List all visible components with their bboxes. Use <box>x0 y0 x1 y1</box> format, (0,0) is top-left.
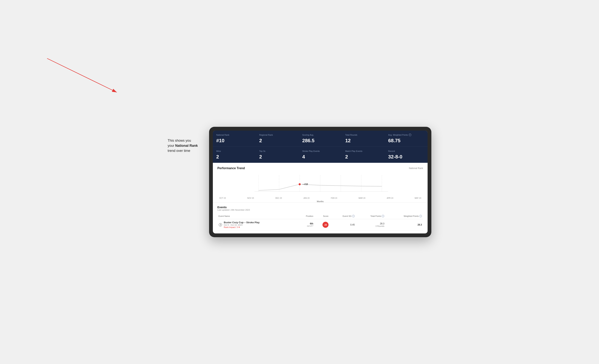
annotation-text: This shows you your National Rank trend … <box>168 138 198 153</box>
chart-x-axis-title: Months <box>217 200 423 203</box>
performance-chart: • #10 <box>217 173 423 195</box>
col-event-sg: Event SG ⓘ <box>330 213 356 219</box>
performance-title: Performance Trend <box>217 167 245 170</box>
chart-x-labels: OCT 23 NOV 23 DEC 23 JAN 24 FEB 24 MAR 2… <box>217 197 423 199</box>
rank-impact: Rank Impact: 3 ▼ <box>224 226 260 228</box>
stat-scoring-avg: Scoring Avg. 286.5 <box>299 131 342 147</box>
events-table-header: Event Name Position Score <box>217 213 423 219</box>
page-wrapper: This shows you your National Rank trend … <box>168 127 431 237</box>
events-table: Event Name Position Score <box>217 213 423 231</box>
events-section: Events Last updated: 24th November 2023 … <box>213 203 428 233</box>
tablet-screen: National Rank #10 Regional Rank 2 Scorin… <box>213 131 428 234</box>
stat-national-rank: National Rank #10 <box>213 131 255 147</box>
annotation-arrow-line <box>47 58 117 92</box>
stats-row-1: National Rank #10 Regional Rank 2 Scorin… <box>213 131 428 147</box>
chart-area: • #10 OCT 23 NOV 23 DEC 23 JAN 24 FEB 24… <box>217 173 423 199</box>
chart-data-label: • #10 <box>303 183 308 186</box>
x-label-apr24: APR 24 <box>387 197 393 199</box>
x-label-dec23: DEC 23 <box>275 197 282 199</box>
events-table-body: Buster Cozy Cup – Stroke Play Oct 9 - Oc… <box>217 219 423 231</box>
events-last-updated: Last updated: 24th November 2023 <box>217 209 423 211</box>
col-position: Position <box>297 213 314 219</box>
event-weighted-points: 28.3 <box>385 219 423 231</box>
avg-weighted-points-info-icon[interactable]: ⓘ <box>409 133 411 136</box>
rank-impact-arrow-icon: ▼ <box>238 226 240 228</box>
x-label-nov23: NOV 23 <box>247 197 254 199</box>
stat-stroke-play-events: Stroke Play Events 4 <box>299 147 342 163</box>
x-label-may24: MAY 24 <box>414 197 421 199</box>
stat-match-play-events: Match Play Events 2 <box>342 147 385 163</box>
weighted-points-info-icon[interactable]: ⓘ <box>419 215 422 217</box>
event-sg: 0.45 <box>330 219 356 231</box>
col-score: Score <box>314 213 330 219</box>
x-label-jan24: JAN 24 <box>303 197 309 199</box>
x-label-feb24: FEB 24 <box>331 197 337 199</box>
col-weighted-points: Weighted Points ⓘ <box>385 213 423 219</box>
event-name: Buster Cozy Cup – Stroke Play <box>224 221 260 224</box>
x-label-mar24: MAR 24 <box>359 197 365 199</box>
golf-icon <box>219 223 222 227</box>
event-date: Oct 9 - Oct 10, 2023 <box>224 224 260 226</box>
stat-wins: Wins 2 <box>213 147 255 163</box>
stats-row-2: Wins 2 Top 3s 2 Stroke Play Events 4 Mat… <box>213 147 428 163</box>
col-total-points: Total Points ⓘ <box>356 213 385 219</box>
stat-regional-rank: Regional Rank 2 <box>256 131 299 147</box>
col-event-name: Event Name <box>217 213 297 219</box>
total-points-info-icon[interactable]: ⓘ <box>382 215 384 217</box>
event-total-points: 28.3 3 Rounds <box>356 219 385 231</box>
stat-record: Record 32-8-0 <box>385 147 428 163</box>
annotation-block: This shows you your National Rank trend … <box>168 127 198 153</box>
performance-header: Performance Trend National Rank <box>217 167 423 170</box>
score-badge: -22 <box>323 222 328 228</box>
event-score: -22 <box>314 219 330 231</box>
screen-content: National Rank #10 Regional Rank 2 Scorin… <box>213 131 428 234</box>
performance-section: Performance Trend National Rank <box>213 163 428 203</box>
event-name-cell: Buster Cozy Cup – Stroke Play Oct 9 - Oc… <box>217 219 297 231</box>
x-label-oct23: OCT 23 <box>219 197 226 199</box>
stat-top3s: Top 3s 2 <box>256 147 299 163</box>
event-sg-info-icon[interactable]: ⓘ <box>352 215 355 217</box>
events-title: Events <box>217 205 423 209</box>
stat-avg-weighted-points: Avg. Weighted Points ⓘ 68.75 <box>385 131 428 147</box>
performance-subtitle: National Rank <box>409 167 423 169</box>
event-position: 6th out of 7 <box>297 219 314 231</box>
table-row: Buster Cozy Cup – Stroke Play Oct 9 - Oc… <box>217 219 423 231</box>
chart-data-point <box>299 183 301 185</box>
stat-total-rounds: Total Rounds 12 <box>342 131 385 147</box>
tablet-frame: National Rank #10 Regional Rank 2 Scorin… <box>209 127 431 237</box>
